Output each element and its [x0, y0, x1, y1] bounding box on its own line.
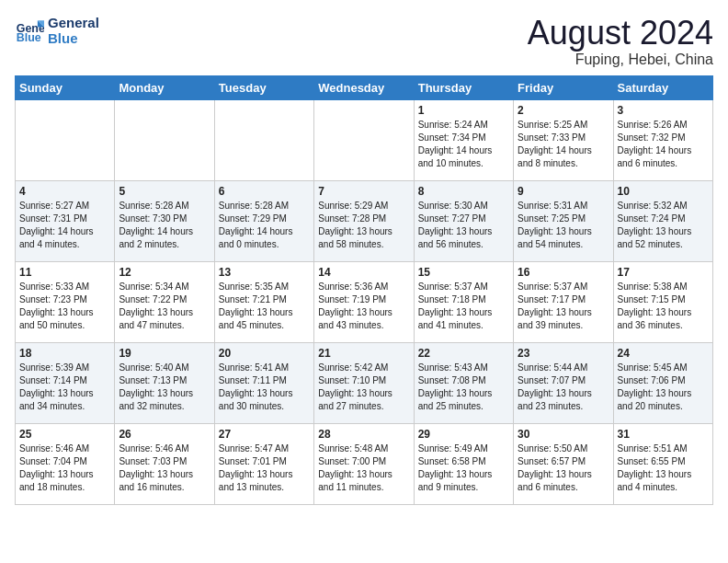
calendar-cell: 20Sunrise: 5:41 AM Sunset: 7:11 PM Dayli… [214, 342, 313, 423]
day-info: Sunrise: 5:46 AM Sunset: 7:03 PM Dayligh… [119, 442, 210, 494]
calendar-cell: 15Sunrise: 5:37 AM Sunset: 7:18 PM Dayli… [414, 261, 513, 342]
logo: General Blue General Blue [15, 15, 99, 47]
weekday-header-friday: Friday [514, 75, 613, 99]
day-number: 31 [618, 428, 709, 441]
day-number: 2 [518, 104, 609, 117]
day-number: 27 [219, 428, 310, 441]
day-info: Sunrise: 5:44 AM Sunset: 7:07 PM Dayligh… [518, 362, 609, 413]
day-number: 30 [518, 428, 609, 441]
calendar-cell: 28Sunrise: 5:48 AM Sunset: 7:00 PM Dayli… [314, 423, 414, 504]
calendar-cell: 11Sunrise: 5:33 AM Sunset: 7:23 PM Dayli… [16, 261, 115, 342]
day-number: 10 [618, 185, 709, 198]
day-info: Sunrise: 5:48 AM Sunset: 7:00 PM Dayligh… [318, 442, 409, 494]
day-info: Sunrise: 5:41 AM Sunset: 7:11 PM Dayligh… [219, 362, 310, 413]
day-number: 28 [318, 428, 409, 441]
day-number: 3 [618, 104, 709, 117]
calendar-cell: 25Sunrise: 5:46 AM Sunset: 7:04 PM Dayli… [16, 423, 115, 504]
calendar-cell: 29Sunrise: 5:49 AM Sunset: 6:58 PM Dayli… [414, 423, 513, 504]
day-info: Sunrise: 5:35 AM Sunset: 7:21 PM Dayligh… [219, 281, 310, 332]
day-info: Sunrise: 5:30 AM Sunset: 7:27 PM Dayligh… [418, 200, 509, 251]
day-info: Sunrise: 5:50 AM Sunset: 6:57 PM Dayligh… [518, 442, 609, 494]
day-info: Sunrise: 5:43 AM Sunset: 7:08 PM Dayligh… [418, 362, 509, 413]
calendar-cell: 3Sunrise: 5:26 AM Sunset: 7:32 PM Daylig… [613, 99, 712, 180]
calendar-cell: 6Sunrise: 5:28 AM Sunset: 7:29 PM Daylig… [214, 180, 313, 261]
day-info: Sunrise: 5:28 AM Sunset: 7:29 PM Dayligh… [219, 200, 310, 251]
day-number: 21 [318, 347, 409, 360]
calendar-cell: 2Sunrise: 5:25 AM Sunset: 7:33 PM Daylig… [514, 99, 613, 180]
day-number: 4 [19, 185, 110, 198]
location: Fuping, Hebei, China [528, 52, 713, 68]
day-info: Sunrise: 5:51 AM Sunset: 6:55 PM Dayligh… [618, 442, 709, 494]
weekday-header-tuesday: Tuesday [214, 75, 313, 99]
calendar-cell: 12Sunrise: 5:34 AM Sunset: 7:22 PM Dayli… [115, 261, 214, 342]
calendar-cell: 4Sunrise: 5:27 AM Sunset: 7:31 PM Daylig… [16, 180, 115, 261]
day-info: Sunrise: 5:27 AM Sunset: 7:31 PM Dayligh… [19, 200, 110, 251]
svg-text:Blue: Blue [17, 32, 41, 45]
day-info: Sunrise: 5:25 AM Sunset: 7:33 PM Dayligh… [518, 119, 609, 170]
calendar-cell [314, 99, 414, 180]
calendar-cell: 31Sunrise: 5:51 AM Sunset: 6:55 PM Dayli… [613, 423, 712, 504]
calendar-cell: 5Sunrise: 5:28 AM Sunset: 7:30 PM Daylig… [115, 180, 214, 261]
calendar-cell: 14Sunrise: 5:36 AM Sunset: 7:19 PM Dayli… [314, 261, 414, 342]
calendar-cell [214, 99, 313, 180]
day-number: 15 [418, 266, 509, 279]
day-info: Sunrise: 5:49 AM Sunset: 6:58 PM Dayligh… [418, 442, 509, 494]
day-number: 8 [418, 185, 509, 198]
calendar-week-row: 1Sunrise: 5:24 AM Sunset: 7:34 PM Daylig… [16, 99, 713, 180]
day-info: Sunrise: 5:37 AM Sunset: 7:17 PM Dayligh… [518, 281, 609, 332]
calendar-cell [16, 99, 115, 180]
calendar-cell: 7Sunrise: 5:29 AM Sunset: 7:28 PM Daylig… [314, 180, 414, 261]
day-number: 24 [618, 347, 709, 360]
day-info: Sunrise: 5:26 AM Sunset: 7:32 PM Dayligh… [618, 119, 709, 170]
logo-line1: General [48, 15, 99, 30]
day-number: 18 [19, 347, 110, 360]
logo-icon: General Blue [15, 16, 44, 45]
month-year: August 2024 [528, 15, 713, 52]
day-info: Sunrise: 5:29 AM Sunset: 7:28 PM Dayligh… [318, 200, 409, 251]
calendar-cell: 30Sunrise: 5:50 AM Sunset: 6:57 PM Dayli… [514, 423, 613, 504]
day-info: Sunrise: 5:37 AM Sunset: 7:18 PM Dayligh… [418, 281, 509, 332]
day-info: Sunrise: 5:31 AM Sunset: 7:25 PM Dayligh… [518, 200, 609, 251]
day-number: 12 [119, 266, 210, 279]
calendar-cell: 26Sunrise: 5:46 AM Sunset: 7:03 PM Dayli… [115, 423, 214, 504]
calendar-week-row: 4Sunrise: 5:27 AM Sunset: 7:31 PM Daylig… [16, 180, 713, 261]
calendar-cell: 13Sunrise: 5:35 AM Sunset: 7:21 PM Dayli… [214, 261, 313, 342]
calendar-cell: 17Sunrise: 5:38 AM Sunset: 7:15 PM Dayli… [613, 261, 712, 342]
day-number: 29 [418, 428, 509, 441]
day-number: 14 [318, 266, 409, 279]
weekday-header-wednesday: Wednesday [314, 75, 414, 99]
day-info: Sunrise: 5:32 AM Sunset: 7:24 PM Dayligh… [618, 200, 709, 251]
day-number: 16 [518, 266, 609, 279]
weekday-header-saturday: Saturday [613, 75, 712, 99]
calendar-cell: 22Sunrise: 5:43 AM Sunset: 7:08 PM Dayli… [414, 342, 513, 423]
weekday-header-sunday: Sunday [16, 75, 115, 99]
day-number: 19 [119, 347, 210, 360]
title-block: August 2024 Fuping, Hebei, China [528, 15, 713, 68]
day-number: 23 [518, 347, 609, 360]
calendar-week-row: 25Sunrise: 5:46 AM Sunset: 7:04 PM Dayli… [16, 423, 713, 504]
day-info: Sunrise: 5:28 AM Sunset: 7:30 PM Dayligh… [119, 200, 210, 251]
weekday-header-monday: Monday [115, 75, 214, 99]
day-number: 7 [318, 185, 409, 198]
day-info: Sunrise: 5:42 AM Sunset: 7:10 PM Dayligh… [318, 362, 409, 413]
day-number: 6 [219, 185, 310, 198]
day-number: 1 [418, 104, 509, 117]
day-number: 9 [518, 185, 609, 198]
calendar-cell: 18Sunrise: 5:39 AM Sunset: 7:14 PM Dayli… [16, 342, 115, 423]
day-number: 25 [19, 428, 110, 441]
page-header: General Blue General Blue August 2024 Fu… [15, 15, 713, 68]
day-number: 26 [119, 428, 210, 441]
calendar-cell: 10Sunrise: 5:32 AM Sunset: 7:24 PM Dayli… [613, 180, 712, 261]
day-number: 20 [219, 347, 310, 360]
calendar-cell: 27Sunrise: 5:47 AM Sunset: 7:01 PM Dayli… [214, 423, 313, 504]
day-info: Sunrise: 5:47 AM Sunset: 7:01 PM Dayligh… [219, 442, 310, 494]
day-info: Sunrise: 5:33 AM Sunset: 7:23 PM Dayligh… [19, 281, 110, 332]
day-number: 5 [119, 185, 210, 198]
calendar-table: SundayMondayTuesdayWednesdayThursdayFrid… [15, 75, 713, 505]
calendar-week-row: 18Sunrise: 5:39 AM Sunset: 7:14 PM Dayli… [16, 342, 713, 423]
calendar-cell: 23Sunrise: 5:44 AM Sunset: 7:07 PM Dayli… [514, 342, 613, 423]
day-info: Sunrise: 5:40 AM Sunset: 7:13 PM Dayligh… [119, 362, 210, 413]
day-info: Sunrise: 5:38 AM Sunset: 7:15 PM Dayligh… [618, 281, 709, 332]
day-number: 11 [19, 266, 110, 279]
calendar-cell: 19Sunrise: 5:40 AM Sunset: 7:13 PM Dayli… [115, 342, 214, 423]
